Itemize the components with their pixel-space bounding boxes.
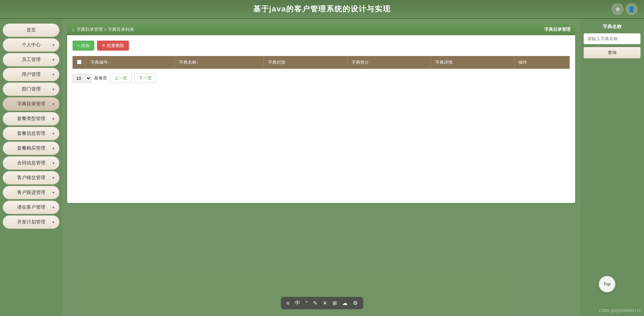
table-header-detail: 字典详情: [431, 56, 514, 69]
next-page-button[interactable]: 下一页: [134, 73, 156, 83]
user-icon[interactable]: 👤: [626, 3, 637, 15]
page-title: 基于java的客户管理系统的设计与实现: [253, 4, 391, 14]
sidebar-item-package-buy[interactable]: 套餐购买管理 ▼: [3, 142, 59, 155]
sort-icon[interactable]: ↕: [196, 61, 198, 64]
table-header-row: 字典编号↕ 字典名称↕ 字典封面 字典简介 字典详情 操作: [73, 56, 570, 69]
table-header-cover: 字典封面: [264, 56, 348, 69]
chevron-down-icon: ▼: [52, 161, 55, 165]
chevron-down-icon: ▼: [52, 220, 55, 224]
sidebar-item-package-info[interactable]: 套餐信息管理 ▼: [3, 127, 59, 140]
home-icon: ⌂: [72, 27, 75, 32]
breadcrumb-section: 字典目录管理: [544, 27, 570, 33]
dict-name-input[interactable]: [584, 33, 641, 44]
chevron-down-icon: ▼: [52, 206, 55, 209]
sidebar-item-dict[interactable]: 字典目录管理 ▼: [3, 97, 59, 111]
sidebar-item-home[interactable]: 首页: [3, 23, 59, 37]
chevron-down-icon: ▼: [52, 147, 55, 150]
table-header-checkbox[interactable]: [73, 56, 86, 69]
prev-page-button[interactable]: 上一页: [110, 73, 132, 83]
per-page-select[interactable]: 10 20 50 100: [73, 74, 91, 83]
sidebar-item-potential[interactable]: 潜在客户管理 ▼: [3, 201, 59, 214]
main-layout: 首页 个人中心 ▼ 员工管理 ▼ 用户管理 ▼ 部门管理 ▼ 字典目录管理 ▼ …: [0, 19, 644, 316]
chevron-down-icon: ▼: [52, 43, 55, 47]
content-area: ⌂ 字典目录管理 = 字典目录列表 字典目录管理 + 添加 ✕ 批量删除: [62, 19, 580, 316]
sidebar-item-user[interactable]: 用户管理 ▼: [3, 68, 59, 81]
header: 基于java的客户管理系统的设计与实现 ⊗ 👤: [0, 0, 644, 19]
right-panel-title: 字典名称: [584, 24, 641, 30]
sidebar-item-followup[interactable]: 客户跟进管理 ▼: [3, 186, 59, 199]
sidebar-item-transfer[interactable]: 客户移交管理 ▼: [3, 171, 59, 185]
toolbar: + 添加 ✕ 批量删除: [73, 41, 570, 51]
chevron-down-icon: ▼: [52, 117, 55, 121]
pagination-bar: 10 20 50 100 条每页 上一页 下一页: [73, 73, 570, 83]
chevron-down-icon: ▼: [52, 88, 55, 91]
chevron-down-icon: ▼: [52, 132, 55, 136]
right-panel: 字典名称 查询: [580, 19, 644, 316]
add-button[interactable]: + 添加: [73, 41, 94, 51]
table-header-name: 字典名称↕: [175, 56, 264, 69]
chevron-down-icon: ▼: [52, 176, 55, 180]
close-icon[interactable]: ⊗: [612, 3, 623, 15]
batch-delete-button[interactable]: ✕ 批量删除: [97, 41, 129, 51]
select-all-checkbox[interactable]: [77, 60, 82, 64]
chevron-down-icon: ▼: [52, 102, 55, 106]
sidebar: 首页 个人中心 ▼ 员工管理 ▼ 用户管理 ▼ 部门管理 ▼ 字典目录管理 ▼ …: [0, 19, 62, 316]
sidebar-item-package-type[interactable]: 套餐类型管理 ▼: [3, 112, 59, 125]
sort-icon[interactable]: ↕: [108, 61, 109, 64]
query-button[interactable]: 查询: [584, 47, 641, 58]
chevron-down-icon: ▼: [52, 58, 55, 62]
sidebar-item-staff[interactable]: 员工管理 ▼: [3, 53, 59, 66]
chevron-down-icon: ▼: [52, 191, 55, 195]
table-header-action: 操作: [514, 56, 570, 69]
sidebar-item-contract[interactable]: 合同信息管理 ▼: [3, 156, 59, 170]
sidebar-item-devplan[interactable]: 开发计划管理 ▼: [3, 215, 59, 229]
per-page-label: 条每页: [94, 75, 107, 81]
chevron-down-icon: ▼: [52, 73, 55, 76]
breadcrumb: ⌂ 字典目录管理 = 字典目录列表: [72, 27, 134, 33]
breadcrumb-bar: ⌂ 字典目录管理 = 字典目录列表 字典目录管理: [67, 24, 575, 35]
main-card: + 添加 ✕ 批量删除 字典编号↕ 字典名称↕: [67, 35, 575, 203]
sidebar-item-dept[interactable]: 部门管理 ▼: [3, 83, 59, 96]
table-header-code: 字典编号↕: [86, 56, 175, 69]
table-header-intro: 字典简介: [347, 56, 431, 69]
sidebar-item-personal[interactable]: 个人中心 ▼: [3, 38, 59, 52]
data-table: 字典编号↕ 字典名称↕ 字典封面 字典简介 字典详情 操作: [73, 56, 570, 69]
header-icon-group: ⊗ 👤: [612, 3, 637, 15]
